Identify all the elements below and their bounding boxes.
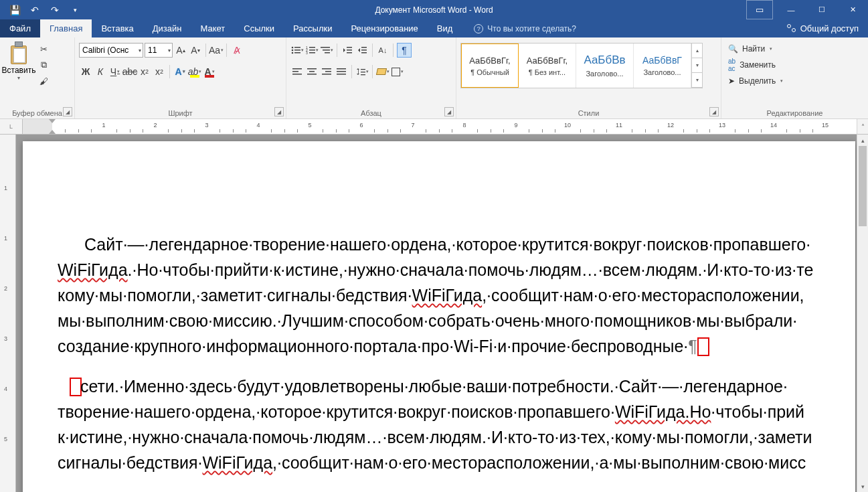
increase-indent-button[interactable] xyxy=(355,43,369,58)
horizontal-ruler[interactable]: 123456789101112131415 xyxy=(23,119,868,134)
sort-button[interactable]: A↓ xyxy=(376,43,389,58)
select-button[interactable]: ➤Выделить▾ xyxy=(725,74,786,88)
tab-insert[interactable]: Вставка xyxy=(92,19,143,37)
ruler-area: L 123456789101112131415 xyxy=(0,119,868,135)
paragraph[interactable]: создание·крупного·информационного·портал… xyxy=(58,333,842,359)
decrease-indent-button[interactable] xyxy=(341,43,354,58)
align-center-button[interactable] xyxy=(305,64,319,79)
borders-button[interactable]: ▾ xyxy=(391,64,404,79)
font-name-combo[interactable]: Calibri (Оснс▾ xyxy=(79,43,143,58)
tab-home[interactable]: Главная xyxy=(40,19,92,37)
close-button[interactable]: ✕ xyxy=(837,0,868,19)
page-viewport[interactable]: Сайт·—·легендарное·творение·нашего·орден… xyxy=(16,135,857,492)
cut-button[interactable]: ✂ xyxy=(36,42,51,56)
minimize-button[interactable]: — xyxy=(776,0,806,19)
group-clipboard: Вставить ▾ ✂ ⧉ 🖌 Буфер обмена ◢ xyxy=(0,37,75,118)
styles-expand[interactable]: ▾ xyxy=(691,73,702,88)
search-icon: 🔍 xyxy=(728,44,738,54)
grow-font-button[interactable]: A▴ xyxy=(174,43,187,58)
paragraph[interactable]: сети.·Именно·здесь·будут·удовлетворены·л… xyxy=(58,374,842,399)
scroll-thumb[interactable] xyxy=(859,146,867,226)
style-normal[interactable]: АаБбВвГг, ¶ Обычный xyxy=(461,44,519,88)
style-heading1[interactable]: АаБбВв Заголово... xyxy=(576,44,634,88)
tab-review[interactable]: Рецензирование xyxy=(341,19,427,37)
copy-button[interactable]: ⧉ xyxy=(36,58,51,72)
subscript-button[interactable]: x2 xyxy=(138,64,151,79)
tab-layout[interactable]: Макет xyxy=(191,19,234,37)
svg-rect-3 xyxy=(294,50,300,51)
highlight-button[interactable]: ab▾ xyxy=(188,64,201,79)
line-spacing-button[interactable]: ▾ xyxy=(355,64,369,79)
styles-scroll-up[interactable]: ▴ xyxy=(691,44,702,58)
tab-design[interactable]: Дизайн xyxy=(143,19,191,37)
replace-button[interactable]: abacЗаменить xyxy=(725,58,786,72)
show-hide-formatting-button[interactable]: ¶ xyxy=(397,43,412,58)
svg-rect-28 xyxy=(325,71,331,72)
numbering-button[interactable]: 123▾ xyxy=(305,43,319,58)
save-button[interactable]: 💾 xyxy=(5,2,24,18)
first-line-indent-marker[interactable] xyxy=(49,119,56,123)
vertical-scrollbar[interactable]: ▴ ▾ xyxy=(857,135,868,492)
ruler-corner[interactable]: L xyxy=(0,119,23,134)
multilevel-list-button[interactable]: ▾ xyxy=(320,43,333,58)
change-case-button[interactable]: Aa▾ xyxy=(209,43,223,58)
align-left-button[interactable] xyxy=(290,64,304,79)
scroll-track[interactable] xyxy=(857,146,868,481)
shading-button[interactable]: ▾ xyxy=(376,64,389,79)
qat-customize[interactable]: ▾ xyxy=(66,2,84,18)
share-button[interactable]: Общий доступ xyxy=(778,19,868,37)
vertical-ruler[interactable]: 1 1 2 3 4 5 xyxy=(0,135,16,492)
redo-button[interactable]: ↷ xyxy=(46,2,64,18)
scroll-up-button[interactable]: ▴ xyxy=(857,135,868,146)
ruler-number: 7 xyxy=(411,122,414,129)
undo-button[interactable]: ↶ xyxy=(25,2,44,18)
find-button[interactable]: 🔍Найти▾ xyxy=(725,42,786,56)
hanging-indent-marker[interactable] xyxy=(49,130,56,134)
clipboard-dialog-launcher[interactable]: ◢ xyxy=(63,107,72,116)
maximize-button[interactable]: ☐ xyxy=(806,0,837,19)
tell-me-search[interactable]: ? Что вы хотите сделать? xyxy=(474,19,576,37)
paragraph[interactable]: WiFiГида.·Но·чтобы·прийти·к·истине,·нужн… xyxy=(58,257,842,282)
paragraph[interactable]: кому·мы·помогли,·заметит·сигналы·бедстви… xyxy=(58,282,842,308)
align-right-button[interactable] xyxy=(320,64,333,79)
styles-dialog-launcher[interactable]: ◢ xyxy=(709,107,719,116)
collapse-ribbon-button[interactable]: ˄ xyxy=(857,119,868,135)
scroll-down-button[interactable]: ▾ xyxy=(857,481,868,492)
superscript-button[interactable]: x2 xyxy=(153,64,166,79)
clear-formatting-button[interactable]: A̷ xyxy=(230,43,244,58)
paste-button[interactable]: Вставить ▾ xyxy=(4,40,33,118)
shrink-font-button[interactable]: A▾ xyxy=(189,43,202,58)
quick-access-toolbar: 💾 ↶ ↷ ▾ xyxy=(0,2,84,18)
font-size-combo[interactable]: 11▾ xyxy=(145,43,173,58)
style-heading2[interactable]: АаБбВвГ Заголово... xyxy=(634,44,691,88)
paragraph-dialog-launcher[interactable]: ◢ xyxy=(444,107,454,116)
paragraph[interactable]: Сайт·—·легендарное·творение·нашего·орден… xyxy=(58,232,842,257)
tab-view[interactable]: Вид xyxy=(428,19,462,37)
group-styles-label: Стили xyxy=(456,109,721,117)
tab-file[interactable]: Файл xyxy=(0,19,40,37)
paragraph[interactable]: к·истине,·нужно·сначала·помочь·людям…·вс… xyxy=(58,424,842,450)
font-dialog-launcher[interactable]: ◢ xyxy=(274,107,284,116)
paragraph[interactable]: сигналы·бедствия·WiFiГида,·сообщит·нам·о… xyxy=(58,450,842,475)
justify-button[interactable] xyxy=(335,64,348,79)
format-painter-button[interactable]: 🖌 xyxy=(36,74,51,88)
strikethrough-button[interactable]: abc xyxy=(123,64,137,79)
text-run: творение·нашего·ордена,·которое·крутится… xyxy=(58,402,615,421)
font-color-button[interactable]: A▾ xyxy=(203,64,216,79)
ruler-number: 10 xyxy=(564,122,571,129)
paragraph[interactable]: мы·выполним·свою·миссию.·Лучшим·способом… xyxy=(58,308,842,333)
tab-mailings[interactable]: Рассылки xyxy=(284,19,341,37)
styles-scroll-down[interactable]: ▾ xyxy=(691,58,702,73)
tab-references[interactable]: Ссылки xyxy=(234,19,284,37)
group-paragraph-label: Абзац xyxy=(286,109,456,117)
bold-button[interactable]: Ж xyxy=(79,64,92,79)
italic-button[interactable]: К xyxy=(94,64,107,79)
paragraph[interactable]: творение·нашего·ордена,·которое·крутится… xyxy=(58,399,842,424)
svg-rect-20 xyxy=(361,52,367,54)
paste-label: Вставить xyxy=(2,66,36,75)
style-no-spacing[interactable]: АаБбВвГг, ¶ Без инт... xyxy=(519,44,576,88)
text-effects-button[interactable]: A▾ xyxy=(173,64,187,79)
bullets-button[interactable]: ▾ xyxy=(290,43,304,58)
underline-button[interactable]: Ч▾ xyxy=(108,64,122,79)
ribbon-display-options[interactable]: ▭ xyxy=(746,0,773,19)
